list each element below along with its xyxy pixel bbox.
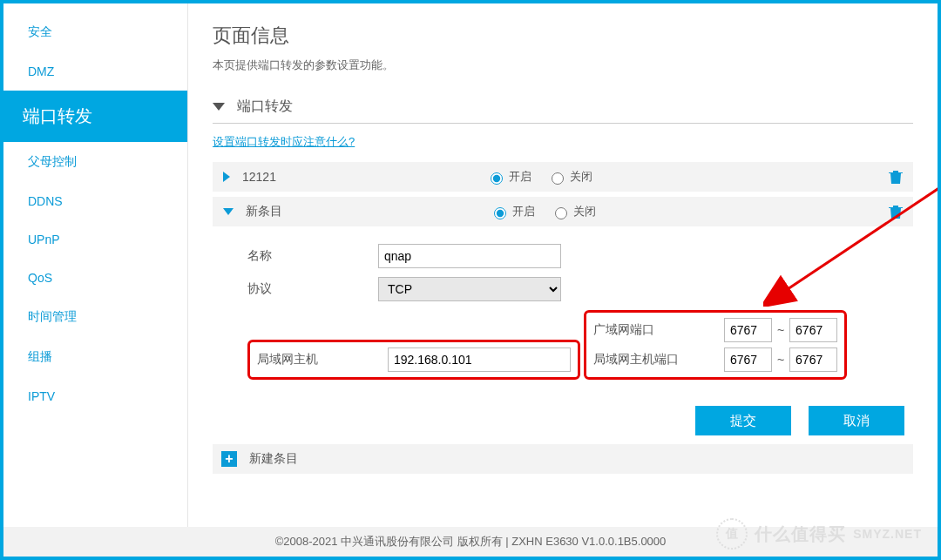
entry-row[interactable]: 12121 开启 关闭 (213, 162, 913, 192)
page-desc: 本页提供端口转发的参数设置功能。 (213, 57, 913, 73)
delete-icon[interactable] (889, 169, 903, 189)
add-entry-row[interactable]: + 新建条目 (213, 444, 913, 474)
lan-port-to[interactable] (789, 347, 837, 372)
entry-name: 12121 (242, 170, 486, 184)
section-header[interactable]: 端口转发 (213, 98, 913, 124)
highlight-lan-host: 局域网主机 (247, 340, 580, 380)
page-title: 页面信息 (213, 23, 913, 49)
plus-icon: + (221, 451, 237, 467)
cancel-button[interactable]: 取消 (809, 406, 904, 435)
sidebar-item-upnp[interactable]: UPnP (3, 220, 187, 259)
lan-port-label: 局域网主机端口 (593, 352, 724, 368)
watermark: 值 什么值得买 SMYZ.NET (716, 518, 922, 550)
watermark-suffix: SMYZ.NET (853, 527, 922, 541)
section-title: 端口转发 (237, 98, 293, 116)
name-label: 名称 (247, 248, 378, 264)
lan-port-from[interactable] (724, 347, 772, 372)
sidebar-item-security[interactable]: 安全 (3, 12, 187, 52)
wan-port-from[interactable] (724, 318, 772, 342)
expand-icon (223, 172, 230, 182)
sidebar-item-ddns[interactable]: DDNS (3, 182, 187, 220)
submit-button[interactable]: 提交 (695, 406, 791, 435)
radio-off[interactable]: 关闭 (551, 204, 596, 219)
lan-host-label: 局域网主机 (257, 352, 388, 368)
sidebar-item-time[interactable]: 时间管理 (3, 297, 187, 337)
delete-icon[interactable] (889, 204, 903, 224)
sidebar-item-qos[interactable]: QoS (3, 259, 187, 297)
entry-row-open[interactable]: 新条目 开启 关闭 (213, 197, 913, 226)
proto-select[interactable]: TCP (378, 277, 561, 301)
sidebar-item-multicast[interactable]: 组播 (3, 337, 187, 377)
tilde: ~ (777, 323, 784, 337)
radio-on[interactable]: 开启 (486, 169, 531, 185)
lan-host-input[interactable] (388, 347, 571, 372)
entry-form: 名称 协议 TCP 局域网主机 广域网 (213, 232, 913, 385)
main-content: 页面信息 本页提供端口转发的参数设置功能。 端口转发 设置端口转发时应注意什么?… (188, 3, 938, 557)
entry-status: 开启 关闭 (490, 204, 608, 219)
sidebar-item-dmz[interactable]: DMZ (3, 52, 187, 91)
sidebar-item-iptv[interactable]: IPTV (3, 377, 187, 415)
watermark-text: 什么值得买 (755, 523, 846, 546)
collapse-icon (213, 103, 225, 111)
wan-port-to[interactable] (789, 318, 837, 342)
collapse-entry-icon (223, 208, 234, 215)
radio-on[interactable]: 开启 (490, 204, 535, 219)
sidebar-item-port-forward[interactable]: 端口转发 (3, 91, 187, 142)
tilde: ~ (777, 353, 784, 367)
entry-name: 新条目 (246, 204, 490, 219)
watermark-circle: 值 (716, 518, 748, 550)
sidebar: 安全 DMZ 端口转发 父母控制 DDNS UPnP QoS 时间管理 组播 I… (3, 3, 188, 557)
add-entry-label: 新建条目 (249, 451, 298, 467)
highlight-ports: 广域网端口 ~ 局域网主机端口 ~ (584, 310, 847, 380)
footer-text: ©2008-2021 中兴通讯股份有限公司 版权所有 | ZXHN E3630 … (275, 534, 667, 550)
help-link[interactable]: 设置端口转发时应注意什么? (213, 134, 355, 150)
wan-port-label: 广域网端口 (593, 322, 724, 338)
radio-off[interactable]: 关闭 (547, 169, 592, 185)
entry-status: 开启 关闭 (486, 169, 605, 185)
name-input[interactable] (378, 244, 561, 268)
proto-label: 协议 (247, 281, 378, 297)
sidebar-item-parental[interactable]: 父母控制 (3, 142, 187, 182)
